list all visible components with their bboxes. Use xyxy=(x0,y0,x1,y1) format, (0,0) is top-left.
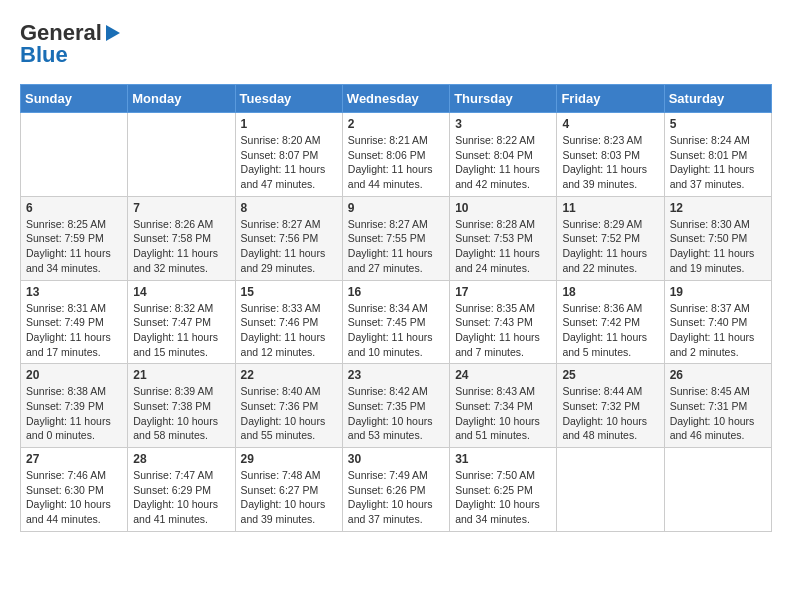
calendar-cell xyxy=(557,448,664,532)
day-info: Sunrise: 8:25 AMSunset: 7:59 PMDaylight:… xyxy=(26,217,122,276)
calendar-cell: 7Sunrise: 8:26 AMSunset: 7:58 PMDaylight… xyxy=(128,196,235,280)
day-number: 4 xyxy=(562,117,658,131)
calendar-cell: 22Sunrise: 8:40 AMSunset: 7:36 PMDayligh… xyxy=(235,364,342,448)
calendar-cell: 14Sunrise: 8:32 AMSunset: 7:47 PMDayligh… xyxy=(128,280,235,364)
day-info: Sunrise: 8:45 AMSunset: 7:31 PMDaylight:… xyxy=(670,384,766,443)
day-info: Sunrise: 8:39 AMSunset: 7:38 PMDaylight:… xyxy=(133,384,229,443)
day-number: 10 xyxy=(455,201,551,215)
day-info: Sunrise: 8:44 AMSunset: 7:32 PMDaylight:… xyxy=(562,384,658,443)
calendar-cell: 19Sunrise: 8:37 AMSunset: 7:40 PMDayligh… xyxy=(664,280,771,364)
calendar-cell: 13Sunrise: 8:31 AMSunset: 7:49 PMDayligh… xyxy=(21,280,128,364)
calendar-cell: 4Sunrise: 8:23 AMSunset: 8:03 PMDaylight… xyxy=(557,113,664,197)
day-number: 11 xyxy=(562,201,658,215)
day-info: Sunrise: 7:50 AMSunset: 6:25 PMDaylight:… xyxy=(455,468,551,527)
day-info: Sunrise: 8:27 AMSunset: 7:56 PMDaylight:… xyxy=(241,217,337,276)
weekday-header-sunday: Sunday xyxy=(21,85,128,113)
day-number: 16 xyxy=(348,285,444,299)
day-number: 19 xyxy=(670,285,766,299)
calendar-cell: 15Sunrise: 8:33 AMSunset: 7:46 PMDayligh… xyxy=(235,280,342,364)
calendar-cell: 5Sunrise: 8:24 AMSunset: 8:01 PMDaylight… xyxy=(664,113,771,197)
day-info: Sunrise: 8:43 AMSunset: 7:34 PMDaylight:… xyxy=(455,384,551,443)
calendar-week-2: 6Sunrise: 8:25 AMSunset: 7:59 PMDaylight… xyxy=(21,196,772,280)
day-number: 28 xyxy=(133,452,229,466)
calendar-cell: 25Sunrise: 8:44 AMSunset: 7:32 PMDayligh… xyxy=(557,364,664,448)
calendar-cell: 12Sunrise: 8:30 AMSunset: 7:50 PMDayligh… xyxy=(664,196,771,280)
day-info: Sunrise: 8:23 AMSunset: 8:03 PMDaylight:… xyxy=(562,133,658,192)
calendar-cell xyxy=(128,113,235,197)
calendar-week-1: 1Sunrise: 8:20 AMSunset: 8:07 PMDaylight… xyxy=(21,113,772,197)
day-info: Sunrise: 8:36 AMSunset: 7:42 PMDaylight:… xyxy=(562,301,658,360)
calendar-cell: 6Sunrise: 8:25 AMSunset: 7:59 PMDaylight… xyxy=(21,196,128,280)
calendar-cell: 23Sunrise: 8:42 AMSunset: 7:35 PMDayligh… xyxy=(342,364,449,448)
day-info: Sunrise: 8:30 AMSunset: 7:50 PMDaylight:… xyxy=(670,217,766,276)
day-number: 22 xyxy=(241,368,337,382)
day-number: 23 xyxy=(348,368,444,382)
calendar-cell: 8Sunrise: 8:27 AMSunset: 7:56 PMDaylight… xyxy=(235,196,342,280)
day-number: 30 xyxy=(348,452,444,466)
calendar-cell: 3Sunrise: 8:22 AMSunset: 8:04 PMDaylight… xyxy=(450,113,557,197)
day-info: Sunrise: 8:34 AMSunset: 7:45 PMDaylight:… xyxy=(348,301,444,360)
day-number: 25 xyxy=(562,368,658,382)
day-info: Sunrise: 7:48 AMSunset: 6:27 PMDaylight:… xyxy=(241,468,337,527)
day-number: 9 xyxy=(348,201,444,215)
calendar-week-5: 27Sunrise: 7:46 AMSunset: 6:30 PMDayligh… xyxy=(21,448,772,532)
calendar-cell: 24Sunrise: 8:43 AMSunset: 7:34 PMDayligh… xyxy=(450,364,557,448)
day-number: 29 xyxy=(241,452,337,466)
calendar-week-4: 20Sunrise: 8:38 AMSunset: 7:39 PMDayligh… xyxy=(21,364,772,448)
calendar-cell xyxy=(21,113,128,197)
day-info: Sunrise: 8:42 AMSunset: 7:35 PMDaylight:… xyxy=(348,384,444,443)
day-info: Sunrise: 7:49 AMSunset: 6:26 PMDaylight:… xyxy=(348,468,444,527)
calendar-cell: 10Sunrise: 8:28 AMSunset: 7:53 PMDayligh… xyxy=(450,196,557,280)
day-info: Sunrise: 8:31 AMSunset: 7:49 PMDaylight:… xyxy=(26,301,122,360)
calendar-cell: 17Sunrise: 8:35 AMSunset: 7:43 PMDayligh… xyxy=(450,280,557,364)
calendar-cell: 1Sunrise: 8:20 AMSunset: 8:07 PMDaylight… xyxy=(235,113,342,197)
day-info: Sunrise: 7:46 AMSunset: 6:30 PMDaylight:… xyxy=(26,468,122,527)
day-number: 7 xyxy=(133,201,229,215)
calendar-cell: 9Sunrise: 8:27 AMSunset: 7:55 PMDaylight… xyxy=(342,196,449,280)
day-info: Sunrise: 8:32 AMSunset: 7:47 PMDaylight:… xyxy=(133,301,229,360)
calendar-cell: 31Sunrise: 7:50 AMSunset: 6:25 PMDayligh… xyxy=(450,448,557,532)
calendar-cell xyxy=(664,448,771,532)
day-number: 21 xyxy=(133,368,229,382)
calendar-week-3: 13Sunrise: 8:31 AMSunset: 7:49 PMDayligh… xyxy=(21,280,772,364)
day-number: 24 xyxy=(455,368,551,382)
day-info: Sunrise: 8:38 AMSunset: 7:39 PMDaylight:… xyxy=(26,384,122,443)
day-number: 3 xyxy=(455,117,551,131)
day-number: 14 xyxy=(133,285,229,299)
day-number: 6 xyxy=(26,201,122,215)
calendar-cell: 29Sunrise: 7:48 AMSunset: 6:27 PMDayligh… xyxy=(235,448,342,532)
weekday-header-wednesday: Wednesday xyxy=(342,85,449,113)
day-number: 8 xyxy=(241,201,337,215)
weekday-header-saturday: Saturday xyxy=(664,85,771,113)
day-info: Sunrise: 8:21 AMSunset: 8:06 PMDaylight:… xyxy=(348,133,444,192)
day-info: Sunrise: 8:22 AMSunset: 8:04 PMDaylight:… xyxy=(455,133,551,192)
calendar-cell: 20Sunrise: 8:38 AMSunset: 7:39 PMDayligh… xyxy=(21,364,128,448)
logo-blue: Blue xyxy=(20,42,68,68)
day-info: Sunrise: 8:27 AMSunset: 7:55 PMDaylight:… xyxy=(348,217,444,276)
calendar-table: SundayMondayTuesdayWednesdayThursdayFrid… xyxy=(20,84,772,532)
weekday-header-tuesday: Tuesday xyxy=(235,85,342,113)
calendar-cell: 27Sunrise: 7:46 AMSunset: 6:30 PMDayligh… xyxy=(21,448,128,532)
day-info: Sunrise: 8:40 AMSunset: 7:36 PMDaylight:… xyxy=(241,384,337,443)
day-info: Sunrise: 8:28 AMSunset: 7:53 PMDaylight:… xyxy=(455,217,551,276)
weekday-header-monday: Monday xyxy=(128,85,235,113)
day-number: 20 xyxy=(26,368,122,382)
calendar-cell: 11Sunrise: 8:29 AMSunset: 7:52 PMDayligh… xyxy=(557,196,664,280)
weekday-header-thursday: Thursday xyxy=(450,85,557,113)
calendar-cell: 21Sunrise: 8:39 AMSunset: 7:38 PMDayligh… xyxy=(128,364,235,448)
day-info: Sunrise: 8:26 AMSunset: 7:58 PMDaylight:… xyxy=(133,217,229,276)
day-info: Sunrise: 7:47 AMSunset: 6:29 PMDaylight:… xyxy=(133,468,229,527)
calendar-cell: 18Sunrise: 8:36 AMSunset: 7:42 PMDayligh… xyxy=(557,280,664,364)
page-header: General Blue xyxy=(20,20,772,68)
calendar-cell: 28Sunrise: 7:47 AMSunset: 6:29 PMDayligh… xyxy=(128,448,235,532)
logo: General Blue xyxy=(20,20,120,68)
day-number: 12 xyxy=(670,201,766,215)
calendar-cell: 16Sunrise: 8:34 AMSunset: 7:45 PMDayligh… xyxy=(342,280,449,364)
day-number: 26 xyxy=(670,368,766,382)
weekday-header-friday: Friday xyxy=(557,85,664,113)
day-number: 27 xyxy=(26,452,122,466)
day-number: 15 xyxy=(241,285,337,299)
day-info: Sunrise: 8:37 AMSunset: 7:40 PMDaylight:… xyxy=(670,301,766,360)
day-number: 13 xyxy=(26,285,122,299)
day-number: 2 xyxy=(348,117,444,131)
